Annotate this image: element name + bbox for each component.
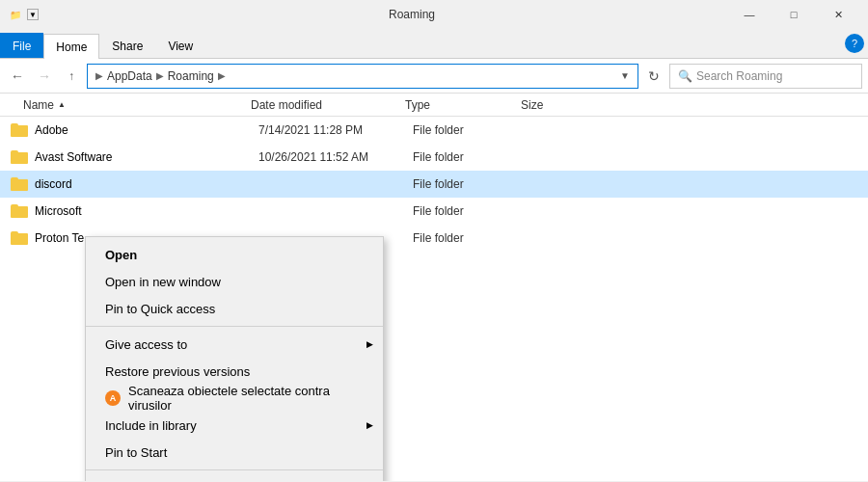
ctx-open[interactable]: Open [86,241,383,268]
back-button[interactable]: ← [6,65,29,88]
ctx-give-access[interactable]: Give access to [86,331,383,358]
tab-share[interactable]: Share [99,33,155,58]
file-item-avast[interactable]: Avast Software 10/26/2021 11:52 AM File … [0,144,868,171]
up-button[interactable]: ↑ [60,65,83,88]
file-date-avast: 10/26/2021 11:52 AM [258,150,413,164]
ctx-pin-start[interactable]: Pin to Start [86,439,383,466]
title-bar: 📁 ▼ Roaming — □ ✕ [0,0,868,29]
file-list: Name ▲ Date modified Type Size Adobe 7/1… [0,94,868,481]
ribbon-tabs: File Home Share View ? [0,29,868,58]
address-appdata: AppData [107,69,152,83]
ribbon: File Home Share View ? [0,29,868,59]
context-menu: Open Open in new window Pin to Quick acc… [85,236,384,481]
address-roaming: Roaming [168,69,214,83]
title-bar-icons: 📁 ▼ [8,7,39,22]
ctx-send-to[interactable]: Send to [86,474,383,481]
title-bar-title: Roaming [44,8,721,21]
ctx-include-library[interactable]: Include in library [86,412,383,439]
file-type-discord: File folder [413,177,529,191]
ctx-restore-previous[interactable]: Restore previous versions [86,358,383,385]
file-name-microsoft: Microsoft [31,204,258,218]
file-list-header: Name ▲ Date modified Type Size [0,94,868,117]
file-name-avast: Avast Software [31,150,258,164]
file-date-adobe: 7/14/2021 11:28 PM [258,123,413,137]
ctx-sep-1 [86,326,383,327]
file-item-adobe[interactable]: Adobe 7/14/2021 11:28 PM File folder [0,117,868,144]
tab-view[interactable]: View [155,33,205,58]
file-name-adobe: Adobe [31,123,258,137]
file-item-discord[interactable]: discord File folder [0,171,868,198]
ctx-pin-quick-access[interactable]: Pin to Quick access [86,295,383,322]
file-name-discord: discord [31,177,258,191]
ctx-avast-scan[interactable]: A Scaneaza obiectele selectate contra vi… [86,385,383,412]
address-chevron-3: ▶ [218,70,226,81]
help-button[interactable]: ? [845,34,864,53]
file-type-microsoft: File folder [413,204,529,218]
folder-icon-microsoft [8,200,31,223]
sort-arrow: ▲ [58,100,66,109]
address-bar[interactable]: ▶ AppData ▶ Roaming ▶ ▼ [87,64,638,89]
tab-home[interactable]: Home [43,34,99,59]
nav-bar: ← → ↑ ▶ AppData ▶ Roaming ▶ ▼ ↻ 🔍 Search… [0,59,868,94]
col-type-header[interactable]: Type [405,95,521,114]
file-type-proton: File folder [413,231,529,245]
folder-icon-proton [8,227,31,250]
col-size-header[interactable]: Size [521,95,598,114]
forward-button[interactable]: → [33,65,56,88]
quick-access-icon: 📁 [8,7,23,22]
file-type-adobe: File folder [413,123,529,137]
address-chevron: ▶ [95,70,103,81]
refresh-button[interactable]: ↻ [642,65,665,88]
address-chevron-2: ▶ [156,70,164,81]
ctx-open-new-window[interactable]: Open in new window [86,268,383,295]
title-bar-arrow[interactable]: ▼ [27,9,39,20]
col-date-header[interactable]: Date modified [251,95,405,114]
search-icon: 🔍 [678,69,692,83]
folder-icon-avast [8,146,31,169]
tab-file[interactable]: File [0,33,43,58]
minimize-button[interactable]: — [727,0,772,29]
col-name-header[interactable]: Name ▲ [0,95,251,114]
folder-icon-discord [8,173,31,196]
avast-icon: A [105,390,121,406]
address-dropdown[interactable]: ▼ [620,70,630,81]
ctx-sep-2 [86,469,383,470]
file-type-avast: File folder [413,150,529,164]
search-bar[interactable]: 🔍 Search Roaming [669,64,862,89]
close-button[interactable]: ✕ [816,0,860,29]
folder-icon-adobe [8,119,31,142]
maximize-button[interactable]: □ [772,0,816,29]
search-placeholder: Search Roaming [696,69,782,83]
main-area: Name ▲ Date modified Type Size Adobe 7/1… [0,94,868,481]
window-controls: — □ ✕ [727,0,860,29]
file-item-microsoft[interactable]: Microsoft File folder [0,198,868,225]
